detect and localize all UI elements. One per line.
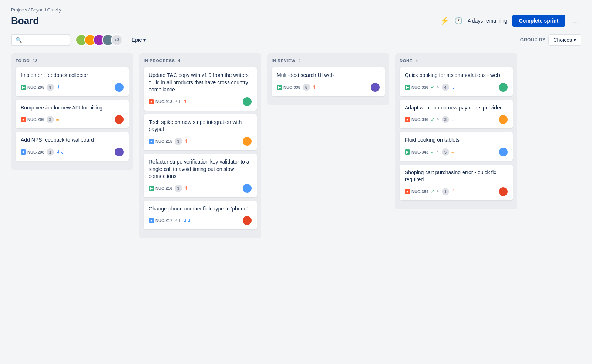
story-points: 3	[47, 116, 54, 123]
card[interactable]: Update T&C copy with v1.9 from the write…	[144, 67, 257, 111]
column-count: 4	[416, 58, 418, 63]
assignee-avatar	[499, 148, 508, 156]
card-title: Shoping cart purchasing error - quick fi…	[405, 169, 508, 183]
story-icon: ▶	[277, 85, 282, 90]
card-footer: ▶ NUC-336 ✓⑂4⇓	[405, 83, 508, 92]
bug-icon: ■	[405, 189, 410, 194]
column-title: DONE	[400, 58, 413, 63]
column-inreview: IN REVIEW 4 Multi-dest search UI web ▶ N…	[267, 53, 389, 105]
priority-low-icon: ⇓	[56, 84, 60, 90]
assignee-avatar	[115, 83, 124, 92]
assignee-avatar	[243, 216, 252, 225]
clock-icon: 🕐	[454, 17, 462, 25]
ticket-badge: ▶ NUC-205	[21, 85, 44, 90]
assignee-avatar	[371, 83, 380, 92]
branch-icon: ⑂	[437, 85, 440, 90]
column-inprogress: IN PROGRESS 4 Update T&C copy with v1.9 …	[139, 53, 261, 238]
priority-high-icon: ⇑	[312, 84, 316, 90]
card-footer: ▶ NUC-338 5⇑	[277, 83, 380, 92]
card-title: Add NPS feedback to wallboard	[21, 136, 124, 144]
ticket-id: NUC-208	[27, 150, 44, 154]
story-points: 4	[442, 84, 449, 91]
bug-icon: ■	[21, 117, 26, 122]
check-icon: ✓	[431, 117, 435, 122]
branch-icon: ⑂	[437, 189, 440, 194]
column-title: TO DO	[16, 58, 30, 63]
card[interactable]: Add NPS feedback to wallboard ■ NUC-208 …	[16, 132, 129, 161]
choices-dropdown-button[interactable]: Choices ▾	[548, 34, 581, 46]
column-header: IN REVIEW 4	[272, 58, 385, 63]
card[interactable]: Refactor stripe verification key validat…	[144, 154, 257, 197]
story-points: 5	[442, 148, 449, 156]
card-title: Update T&C copy with v1.9 from the write…	[149, 72, 252, 94]
bug-icon: ■	[405, 117, 410, 122]
card[interactable]: Shoping cart purchasing error - quick fi…	[400, 165, 513, 200]
story-icon: ▶	[405, 149, 410, 155]
search-box: 🔍	[11, 34, 70, 46]
column-header: DONE 4	[400, 58, 513, 63]
pr-icon: ⑂ 1	[175, 99, 181, 104]
branch-icon: ⑂	[437, 117, 440, 122]
ticket-id: NUC-354	[411, 189, 428, 194]
priority-lowdown-icon: ⇓⇓	[183, 218, 191, 223]
ticket-badge: ■ NUC-208	[21, 149, 44, 155]
card[interactable]: Tech spike on new stripe integration wit…	[144, 114, 257, 150]
ticket-badge: ▶ NUC-338	[277, 85, 300, 90]
story-icon: ▶	[21, 85, 26, 90]
chevron-down-icon: ▾	[574, 37, 576, 43]
bug-icon: ■	[149, 99, 154, 104]
more-options-button[interactable]: ...	[570, 15, 581, 27]
complete-sprint-button[interactable]: Complete sprint	[512, 15, 565, 27]
card[interactable]: Adapt web app no new payments provider ■…	[400, 100, 513, 129]
card-title: Refactor stripe verification key validat…	[149, 158, 252, 180]
story-icon: ▶	[149, 186, 154, 191]
column-count: 4	[298, 58, 300, 63]
card[interactable]: Change phone number field type to 'phone…	[144, 201, 257, 230]
ticket-id: NUC-213	[155, 100, 172, 104]
check-icon: ✓	[431, 189, 435, 194]
epic-filter-button[interactable]: Epic ▾	[128, 35, 149, 45]
chevron-down-icon: ▾	[143, 37, 146, 43]
column-title: IN REVIEW	[272, 58, 295, 63]
ticket-badge: ■ NUC-215	[149, 139, 172, 144]
column-count: 4	[178, 58, 180, 63]
ticket-id: NUC-215	[155, 139, 172, 144]
card[interactable]: Bump version for new API for billing ■ N…	[16, 100, 129, 129]
card[interactable]: Multi-dest search UI web ▶ NUC-338 5⇑	[272, 67, 385, 96]
story-points: 9	[47, 84, 54, 91]
column-title: IN PROGRESS	[144, 58, 175, 63]
avatar-group: +3	[75, 34, 123, 46]
ticket-badge: ▶ NUC-336	[405, 85, 428, 90]
ticket-badge: ■ NUC-354	[405, 189, 428, 194]
check-icon: ✓	[431, 84, 435, 90]
card-title: Quick booking for accommodations - web	[405, 72, 508, 79]
story-points: 3	[175, 185, 182, 192]
search-icon: 🔍	[16, 37, 22, 43]
pr-icon: ⑂ 1	[175, 218, 181, 223]
card[interactable]: Fluid booking on tablets ▶ NUC-343 ✓⑂5≡	[400, 132, 513, 161]
card[interactable]: Quick booking for accommodations - web ▶…	[400, 67, 513, 96]
card[interactable]: Implement feedback collector ▶ NUC-205 9…	[16, 67, 129, 96]
ticket-badge: ■ NUC-346	[405, 117, 428, 122]
ticket-id: NUC-216	[155, 186, 172, 191]
ticket-id: NUC-217	[155, 218, 172, 223]
card-footer: ▶ NUC-205 9⇓	[21, 83, 124, 92]
ticket-id: NUC-205	[27, 85, 44, 90]
search-input[interactable]	[24, 37, 66, 43]
card-title: Fluid booking on tablets	[405, 136, 508, 144]
priority-high-icon: ⇑	[451, 189, 455, 194]
card-title: Change phone number field type to 'phone…	[149, 205, 252, 213]
assignee-avatar	[115, 115, 124, 124]
assignee-avatar	[115, 148, 124, 156]
assignee-avatar	[243, 97, 252, 106]
branch-icon: ⑂	[437, 149, 440, 155]
ticket-badge: ■ NUC-217	[149, 218, 172, 223]
story-points: 3	[175, 138, 182, 145]
priority-high-icon: ⇑	[184, 138, 188, 144]
story-points: 3	[442, 116, 449, 123]
avatar-overflow-count[interactable]: +3	[111, 34, 123, 46]
column-header: IN PROGRESS 4	[144, 58, 257, 63]
ticket-id: NUC-346	[411, 117, 428, 122]
story-points: 1	[442, 188, 449, 195]
epic-label: Epic	[132, 37, 142, 43]
